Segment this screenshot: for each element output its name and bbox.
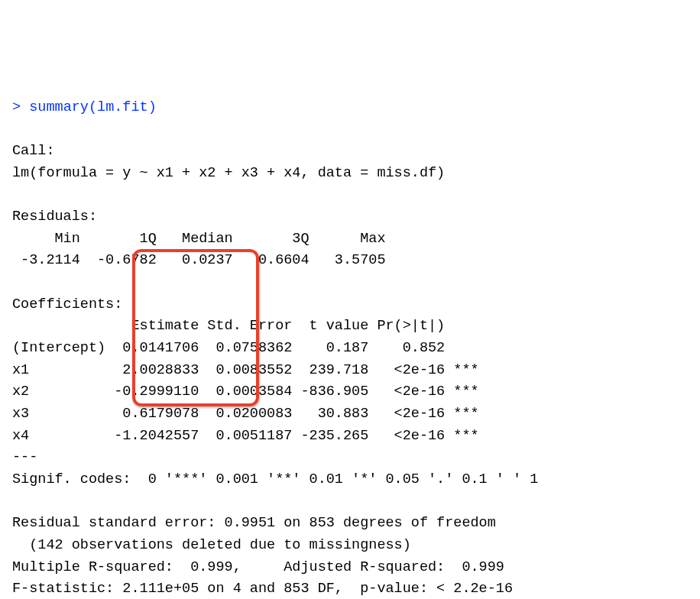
- signif-codes: Signif. codes: 0 '***' 0.001 '**' 0.01 '…: [12, 471, 538, 487]
- call-label: Call:: [12, 143, 55, 159]
- coef-row-x3: x3 0.6179078 0.0200083 30.883 <2e-16 ***: [12, 406, 479, 422]
- deleted-observations: (142 observations deleted due to missing…: [12, 537, 411, 553]
- residuals-label: Residuals:: [12, 209, 97, 225]
- coefficients-header: Estimate Std. Error t value Pr(>|t|): [12, 318, 479, 334]
- residual-std-error: Residual standard error: 0.9951 on 853 d…: [12, 515, 496, 531]
- coef-row-x2: x2 -0.2999110 0.0003584 -836.905 <2e-16 …: [12, 384, 479, 400]
- separator-dashes: ---: [12, 449, 37, 465]
- r-squared: Multiple R-squared: 0.999, Adjusted R-sq…: [12, 559, 513, 575]
- coef-row-x4: x4 -1.2042557 0.0051187 -235.265 <2e-16 …: [12, 428, 479, 444]
- coef-row-x1: x1 2.0028833 0.0083552 239.718 <2e-16 **…: [12, 362, 479, 378]
- call-formula: lm(formula = y ~ x1 + x2 + x3 + x4, data…: [12, 165, 445, 181]
- residuals-values: -3.2114 -0.6782 0.0237 0.6604 3.5705: [12, 252, 394, 268]
- residuals-header: Min 1Q Median 3Q Max: [12, 231, 394, 247]
- console-command: summary(lm.fit): [29, 99, 157, 115]
- coefficients-label: Coefficients:: [12, 296, 122, 312]
- coef-row-intercept: (Intercept) 0.0141706 0.0758362 0.187 0.…: [12, 340, 479, 356]
- console-prompt: >: [12, 99, 29, 115]
- f-statistic: F-statistic: 2.111e+05 on 4 and 853 DF, …: [12, 581, 513, 597]
